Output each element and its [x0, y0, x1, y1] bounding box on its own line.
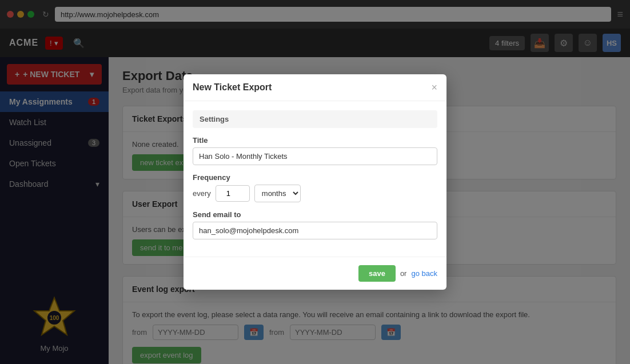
send-email-label: Send email to	[193, 210, 437, 219]
footer-or-text: or	[400, 269, 407, 278]
modal-footer: save or go back	[184, 257, 446, 290]
frequency-number-input[interactable]	[216, 185, 250, 202]
frequency-row: every months weeks days	[193, 185, 437, 202]
title-input[interactable]	[193, 147, 437, 165]
frequency-label: Frequency	[193, 173, 437, 182]
new-ticket-export-modal: New Ticket Export × Settings Title Frequ…	[184, 74, 446, 290]
every-label: every	[193, 189, 211, 198]
modal-settings-label: Settings	[193, 110, 437, 128]
email-input[interactable]	[193, 222, 437, 239]
frequency-form-group: Frequency every months weeks days	[193, 173, 437, 202]
title-form-group: Title	[193, 136, 437, 165]
email-form-group: Send email to	[193, 210, 437, 239]
modal-header: New Ticket Export ×	[184, 74, 446, 101]
modal-overlay[interactable]: New Ticket Export × Settings Title Frequ…	[0, 0, 630, 364]
modal-close-button[interactable]: ×	[431, 82, 437, 93]
save-button[interactable]: save	[358, 265, 396, 282]
modal-body: Settings Title Frequency every months we…	[184, 101, 446, 257]
go-back-link[interactable]: go back	[411, 269, 437, 278]
modal-title: New Ticket Export	[193, 82, 272, 93]
frequency-unit-select[interactable]: months weeks days	[254, 185, 301, 202]
title-label: Title	[193, 136, 437, 145]
